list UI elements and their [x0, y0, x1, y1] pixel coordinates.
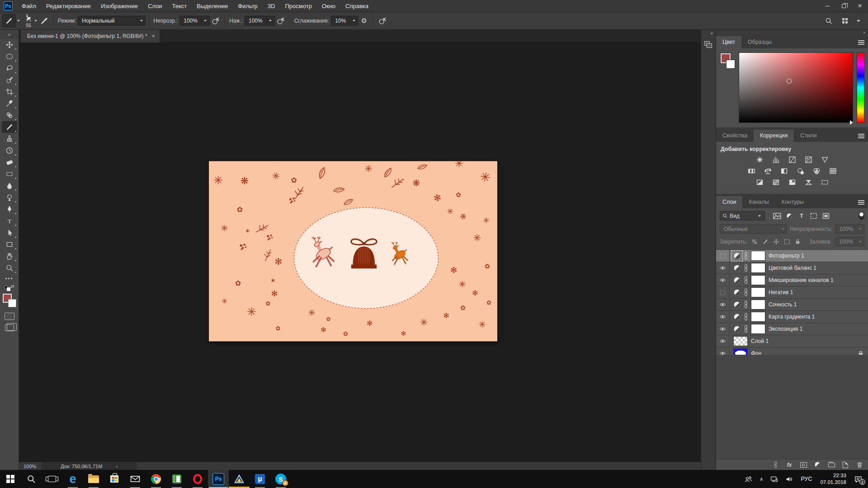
- vibrance-adjustment-icon[interactable]: [820, 155, 830, 164]
- minimize-button[interactable]: [819, 0, 835, 12]
- menu-item-0[interactable]: Файл: [17, 0, 41, 12]
- adjustment-layer-icon[interactable]: [733, 313, 741, 321]
- layers-tab-Каналы[interactable]: Каналы: [742, 196, 775, 208]
- adjustments-panel-menu-icon[interactable]: [858, 133, 864, 139]
- layers-tab-Контуры[interactable]: Контуры: [775, 196, 810, 208]
- adjustment-layer-icon[interactable]: [733, 325, 741, 333]
- color-panel-menu-icon[interactable]: [858, 39, 864, 46]
- adjustments-tab-Стили[interactable]: Стили: [794, 130, 823, 142]
- mail-taskbar-icon[interactable]: [125, 470, 146, 488]
- menu-item-10[interactable]: Справка: [340, 0, 373, 12]
- screen-mode-button[interactable]: [5, 324, 14, 331]
- opacity-select[interactable]: 100%: [179, 16, 210, 26]
- status-zoom-level[interactable]: 100%: [19, 464, 42, 469]
- menu-item-5[interactable]: Выделение: [192, 0, 233, 12]
- layer-thumbnail[interactable]: [733, 348, 748, 355]
- saturation-brightness-field[interactable]: [739, 52, 853, 123]
- brush-preset-caret[interactable]: [34, 20, 37, 22]
- network-icon[interactable]: [767, 470, 782, 488]
- layer-row[interactable]: Сочность 1: [716, 299, 868, 311]
- dodge-tool[interactable]: [2, 192, 17, 203]
- color-lookup-adjustment-icon[interactable]: [828, 167, 838, 175]
- layer-visibility-toggle[interactable]: [716, 262, 730, 274]
- exposure-adjustment-icon[interactable]: [803, 155, 813, 164]
- canvas[interactable]: ✳❋✳✿✳❋✳✳✿✻✳✻✿✳✶✻✶✿✳✳✻✿✿✳✻✿✻✿✳✻✿✳✻✳✳✿✻✳✻✿: [209, 161, 497, 342]
- blend-mode-select[interactable]: Нормальный: [78, 16, 146, 26]
- store-taskbar-icon[interactable]: [104, 470, 125, 488]
- layer-mask-thumbnail[interactable]: [751, 312, 765, 322]
- restore-button[interactable]: [835, 0, 852, 12]
- airbrush-flow-icon[interactable]: [275, 15, 287, 27]
- path-select-tool[interactable]: [2, 227, 17, 239]
- move-tool[interactable]: [2, 39, 17, 51]
- type-tool[interactable]: [2, 215, 17, 227]
- layers-tab-Слои[interactable]: Слои: [716, 196, 742, 208]
- levels-adjustment-icon[interactable]: [771, 155, 781, 164]
- action-center-icon[interactable]: 1: [850, 470, 868, 488]
- menu-item-1[interactable]: Редактирование: [41, 0, 96, 12]
- status-chevron-icon[interactable]: ›: [116, 464, 118, 469]
- posterize-adjustment-icon[interactable]: [771, 178, 781, 186]
- filter-shape-layers-icon[interactable]: [810, 212, 818, 220]
- airbrush-opacity-icon[interactable]: [210, 15, 222, 27]
- gradient-tool[interactable]: [2, 168, 17, 180]
- dock-expander-icon[interactable]: »: [710, 30, 716, 38]
- layer-row[interactable]: Фон: [716, 347, 868, 355]
- blur-tool[interactable]: [2, 180, 17, 192]
- eyedropper-tool[interactable]: [2, 98, 17, 109]
- start-taskbar-icon[interactable]: [0, 470, 21, 488]
- color-tab-Цвет[interactable]: Цвет: [716, 36, 741, 48]
- adjustment-layer-icon[interactable]: [733, 301, 741, 309]
- adjustment-layer-icon[interactable]: [733, 264, 741, 272]
- layer-filter-select[interactable]: Вид: [720, 211, 765, 221]
- arrowapp-taskbar-icon[interactable]: [229, 470, 250, 488]
- adjustments-tab-Коррекция[interactable]: Коррекция: [754, 130, 794, 142]
- stamp-tool[interactable]: [2, 133, 17, 145]
- selective-color-adjustment-icon[interactable]: [803, 178, 813, 186]
- history-brush-tool[interactable]: [2, 145, 17, 156]
- add-mask-icon[interactable]: [799, 461, 807, 469]
- dock-collapse-icon[interactable]: »: [716, 30, 868, 35]
- link-layers-icon[interactable]: [771, 461, 779, 469]
- menu-item-3[interactable]: Слои: [143, 0, 167, 12]
- edit-toolbar-ellipsis[interactable]: •••: [5, 276, 14, 281]
- zoom-tool[interactable]: [2, 262, 17, 274]
- hidden-icons-chevron[interactable]: ∧: [756, 470, 767, 488]
- layer-row[interactable]: Цветовой баланс 1: [716, 262, 868, 274]
- layer-thumbnail[interactable]: [733, 336, 748, 346]
- color-balance-adjustment-icon[interactable]: [763, 167, 773, 175]
- adjustment-layer-icon[interactable]: [733, 277, 741, 284]
- photoshop-taskbar-icon[interactable]: Ps: [208, 470, 229, 488]
- filter-adjustment-layers-icon[interactable]: [785, 212, 793, 220]
- hand-tool[interactable]: [2, 250, 17, 262]
- layer-mask-thumbnail[interactable]: [751, 324, 765, 334]
- language-indicator[interactable]: РУС: [797, 476, 816, 482]
- layer-visibility-toggle[interactable]: [716, 347, 730, 355]
- layer-visibility-toggle[interactable]: [716, 311, 730, 323]
- crop-tool[interactable]: [2, 86, 17, 98]
- invert-adjustment-icon[interactable]: [755, 178, 764, 186]
- lock-position-icon[interactable]: [773, 238, 780, 245]
- menu-item-6[interactable]: Фильтр: [233, 0, 263, 12]
- flow-select[interactable]: 100%: [245, 16, 275, 26]
- brightness-adjustment-icon[interactable]: [755, 155, 764, 164]
- layer-mask-thumbnail[interactable]: [751, 251, 765, 261]
- quick-select-tool[interactable]: [2, 74, 17, 86]
- search-icon[interactable]: [823, 15, 835, 27]
- close-button[interactable]: ✕: [852, 0, 868, 12]
- layer-mask-thumbnail[interactable]: [751, 263, 765, 273]
- explorer-taskbar-icon[interactable]: [83, 470, 104, 488]
- healing-tool[interactable]: [2, 109, 17, 121]
- filter-type-layers-icon[interactable]: T: [797, 212, 806, 220]
- people-icon[interactable]: [741, 470, 756, 488]
- pen-tool[interactable]: [2, 203, 17, 215]
- new-adjustment-layer-icon[interactable]: [813, 461, 821, 469]
- layer-row[interactable]: Микширование каналов 1: [716, 274, 868, 286]
- layer-visibility-toggle[interactable]: [716, 335, 730, 347]
- lock-artboard-icon[interactable]: [783, 238, 791, 245]
- document-tab[interactable]: Без имени-1 @ 100% (Фотофильтр 1, RGB/8#…: [21, 30, 160, 42]
- edge-taskbar-icon[interactable]: e: [62, 470, 83, 488]
- tool-preset-caret[interactable]: [17, 20, 20, 22]
- utorrent-taskbar-icon[interactable]: µ: [250, 470, 270, 488]
- collapsed-panel-icon[interactable]: [704, 41, 712, 48]
